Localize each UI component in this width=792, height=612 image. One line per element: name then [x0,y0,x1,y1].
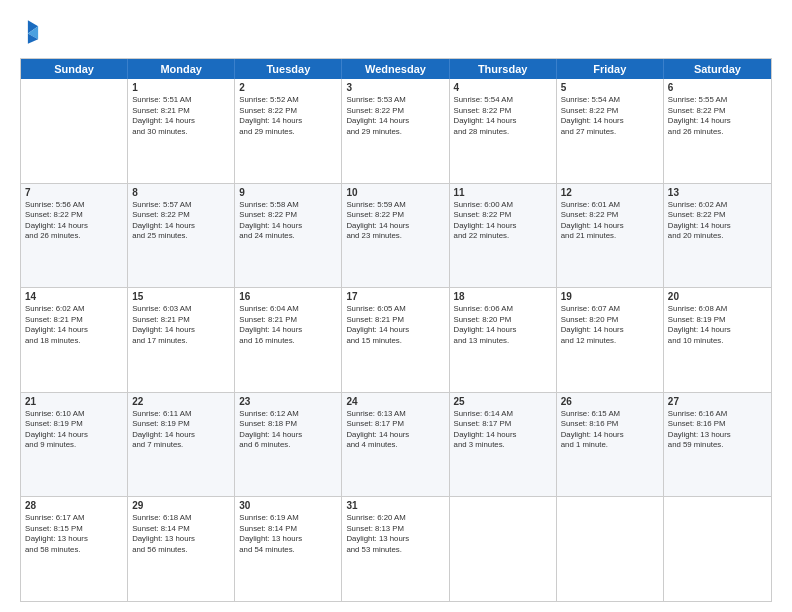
calendar-row-0: 1Sunrise: 5:51 AM Sunset: 8:21 PM Daylig… [21,79,771,183]
day-info: Sunrise: 6:08 AM Sunset: 8:19 PM Dayligh… [668,304,767,346]
day-number: 29 [132,500,230,511]
header-day-wednesday: Wednesday [342,59,449,79]
calendar-header: SundayMondayTuesdayWednesdayThursdayFrid… [21,59,771,79]
day-info: Sunrise: 6:15 AM Sunset: 8:16 PM Dayligh… [561,409,659,451]
page: SundayMondayTuesdayWednesdayThursdayFrid… [0,0,792,612]
day-info: Sunrise: 5:54 AM Sunset: 8:22 PM Dayligh… [454,95,552,137]
day-info: Sunrise: 6:05 AM Sunset: 8:21 PM Dayligh… [346,304,444,346]
calendar-cell-r1c0: 7Sunrise: 5:56 AM Sunset: 8:22 PM Daylig… [21,184,128,288]
day-info: Sunrise: 5:55 AM Sunset: 8:22 PM Dayligh… [668,95,767,137]
day-number: 19 [561,291,659,302]
day-info: Sunrise: 6:14 AM Sunset: 8:17 PM Dayligh… [454,409,552,451]
calendar-cell-r3c3: 24Sunrise: 6:13 AM Sunset: 8:17 PM Dayli… [342,393,449,497]
day-info: Sunrise: 5:59 AM Sunset: 8:22 PM Dayligh… [346,200,444,242]
day-number: 23 [239,396,337,407]
day-number: 9 [239,187,337,198]
calendar-row-3: 21Sunrise: 6:10 AM Sunset: 8:19 PM Dayli… [21,392,771,497]
day-info: Sunrise: 5:53 AM Sunset: 8:22 PM Dayligh… [346,95,444,137]
day-info: Sunrise: 6:02 AM Sunset: 8:22 PM Dayligh… [668,200,767,242]
calendar-cell-r4c5 [557,497,664,601]
day-info: Sunrise: 6:13 AM Sunset: 8:17 PM Dayligh… [346,409,444,451]
day-number: 15 [132,291,230,302]
day-info: Sunrise: 6:07 AM Sunset: 8:20 PM Dayligh… [561,304,659,346]
calendar-cell-r0c6: 6Sunrise: 5:55 AM Sunset: 8:22 PM Daylig… [664,79,771,183]
day-info: Sunrise: 6:01 AM Sunset: 8:22 PM Dayligh… [561,200,659,242]
calendar-cell-r2c2: 16Sunrise: 6:04 AM Sunset: 8:21 PM Dayli… [235,288,342,392]
day-number: 28 [25,500,123,511]
day-info: Sunrise: 5:52 AM Sunset: 8:22 PM Dayligh… [239,95,337,137]
header-day-friday: Friday [557,59,664,79]
day-info: Sunrise: 6:02 AM Sunset: 8:21 PM Dayligh… [25,304,123,346]
day-number: 16 [239,291,337,302]
header-day-saturday: Saturday [664,59,771,79]
calendar-cell-r1c3: 10Sunrise: 5:59 AM Sunset: 8:22 PM Dayli… [342,184,449,288]
calendar-cell-r4c2: 30Sunrise: 6:19 AM Sunset: 8:14 PM Dayli… [235,497,342,601]
day-number: 3 [346,82,444,93]
calendar-cell-r0c0 [21,79,128,183]
day-number: 26 [561,396,659,407]
day-info: Sunrise: 6:12 AM Sunset: 8:18 PM Dayligh… [239,409,337,451]
calendar-cell-r3c1: 22Sunrise: 6:11 AM Sunset: 8:19 PM Dayli… [128,393,235,497]
day-info: Sunrise: 6:11 AM Sunset: 8:19 PM Dayligh… [132,409,230,451]
day-number: 30 [239,500,337,511]
day-number: 12 [561,187,659,198]
calendar-cell-r3c4: 25Sunrise: 6:14 AM Sunset: 8:17 PM Dayli… [450,393,557,497]
day-number: 8 [132,187,230,198]
day-number: 2 [239,82,337,93]
logo [20,18,46,50]
day-number: 6 [668,82,767,93]
header-day-sunday: Sunday [21,59,128,79]
calendar-body: 1Sunrise: 5:51 AM Sunset: 8:21 PM Daylig… [21,79,771,601]
header-day-monday: Monday [128,59,235,79]
day-info: Sunrise: 6:06 AM Sunset: 8:20 PM Dayligh… [454,304,552,346]
calendar-cell-r1c6: 13Sunrise: 6:02 AM Sunset: 8:22 PM Dayli… [664,184,771,288]
day-number: 31 [346,500,444,511]
day-info: Sunrise: 6:04 AM Sunset: 8:21 PM Dayligh… [239,304,337,346]
calendar-row-1: 7Sunrise: 5:56 AM Sunset: 8:22 PM Daylig… [21,183,771,288]
calendar-cell-r1c4: 11Sunrise: 6:00 AM Sunset: 8:22 PM Dayli… [450,184,557,288]
day-info: Sunrise: 6:00 AM Sunset: 8:22 PM Dayligh… [454,200,552,242]
calendar-row-2: 14Sunrise: 6:02 AM Sunset: 8:21 PM Dayli… [21,287,771,392]
calendar-cell-r3c2: 23Sunrise: 6:12 AM Sunset: 8:18 PM Dayli… [235,393,342,497]
calendar-cell-r2c3: 17Sunrise: 6:05 AM Sunset: 8:21 PM Dayli… [342,288,449,392]
day-number: 27 [668,396,767,407]
header [20,18,772,50]
day-number: 1 [132,82,230,93]
day-number: 25 [454,396,552,407]
calendar-cell-r2c4: 18Sunrise: 6:06 AM Sunset: 8:20 PM Dayli… [450,288,557,392]
calendar: SundayMondayTuesdayWednesdayThursdayFrid… [20,58,772,602]
day-info: Sunrise: 6:20 AM Sunset: 8:13 PM Dayligh… [346,513,444,555]
day-number: 18 [454,291,552,302]
calendar-cell-r3c6: 27Sunrise: 6:16 AM Sunset: 8:16 PM Dayli… [664,393,771,497]
calendar-cell-r3c5: 26Sunrise: 6:15 AM Sunset: 8:16 PM Dayli… [557,393,664,497]
calendar-cell-r2c5: 19Sunrise: 6:07 AM Sunset: 8:20 PM Dayli… [557,288,664,392]
calendar-cell-r1c1: 8Sunrise: 5:57 AM Sunset: 8:22 PM Daylig… [128,184,235,288]
day-info: Sunrise: 5:51 AM Sunset: 8:21 PM Dayligh… [132,95,230,137]
calendar-cell-r0c3: 3Sunrise: 5:53 AM Sunset: 8:22 PM Daylig… [342,79,449,183]
calendar-cell-r4c3: 31Sunrise: 6:20 AM Sunset: 8:13 PM Dayli… [342,497,449,601]
day-number: 10 [346,187,444,198]
day-info: Sunrise: 6:19 AM Sunset: 8:14 PM Dayligh… [239,513,337,555]
day-info: Sunrise: 5:57 AM Sunset: 8:22 PM Dayligh… [132,200,230,242]
day-number: 20 [668,291,767,302]
calendar-cell-r4c1: 29Sunrise: 6:18 AM Sunset: 8:14 PM Dayli… [128,497,235,601]
day-number: 24 [346,396,444,407]
day-info: Sunrise: 6:17 AM Sunset: 8:15 PM Dayligh… [25,513,123,555]
day-info: Sunrise: 6:16 AM Sunset: 8:16 PM Dayligh… [668,409,767,451]
day-number: 13 [668,187,767,198]
day-number: 14 [25,291,123,302]
day-info: Sunrise: 5:56 AM Sunset: 8:22 PM Dayligh… [25,200,123,242]
day-info: Sunrise: 5:58 AM Sunset: 8:22 PM Dayligh… [239,200,337,242]
calendar-cell-r4c4 [450,497,557,601]
calendar-cell-r3c0: 21Sunrise: 6:10 AM Sunset: 8:19 PM Dayli… [21,393,128,497]
calendar-cell-r2c1: 15Sunrise: 6:03 AM Sunset: 8:21 PM Dayli… [128,288,235,392]
calendar-cell-r0c1: 1Sunrise: 5:51 AM Sunset: 8:21 PM Daylig… [128,79,235,183]
day-number: 7 [25,187,123,198]
calendar-cell-r0c2: 2Sunrise: 5:52 AM Sunset: 8:22 PM Daylig… [235,79,342,183]
day-number: 21 [25,396,123,407]
calendar-cell-r1c5: 12Sunrise: 6:01 AM Sunset: 8:22 PM Dayli… [557,184,664,288]
header-day-thursday: Thursday [450,59,557,79]
calendar-cell-r4c6 [664,497,771,601]
day-info: Sunrise: 5:54 AM Sunset: 8:22 PM Dayligh… [561,95,659,137]
calendar-cell-r2c6: 20Sunrise: 6:08 AM Sunset: 8:19 PM Dayli… [664,288,771,392]
